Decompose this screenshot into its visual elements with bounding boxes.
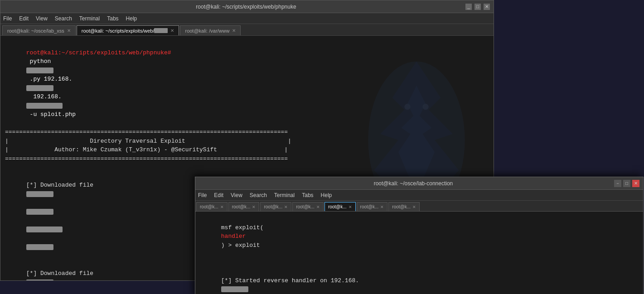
menu-help[interactable]: Help: [126, 15, 137, 22]
menu-file[interactable]: File: [3, 15, 12, 22]
overlay-terminal-content: msf exploit( handler ) > exploit [*] Sta…: [195, 212, 643, 294]
r4: [26, 191, 53, 197]
overlay-terminal: root@kali: ~/osce/lab-connection － □ ✕ F…: [195, 177, 644, 294]
menu-edit[interactable]: Edit: [19, 15, 29, 22]
overlay-tab-4[interactable]: root@k... ✕: [292, 202, 324, 211]
overlay-controls: － □ ✕: [614, 180, 639, 187]
overlay-titlebar: root@kali: ~/osce/lab-connection － □ ✕: [195, 177, 643, 190]
tab-label: root@k...: [200, 204, 218, 209]
tab-label: root@k...: [264, 204, 282, 209]
main-titlebar: root@kali: ~/scripts/exploits/web/phpnuk…: [0, 0, 494, 13]
tab-close-www-icon[interactable]: ✕: [232, 28, 236, 33]
minimize-button[interactable]: _: [465, 4, 472, 10]
tab-label: root@k...: [328, 204, 347, 209]
tab-close-icon[interactable]: ✕: [316, 205, 320, 209]
main-titlebar-controls: _ □ ✕: [465, 4, 490, 10]
tab-phpnuke[interactable]: root@kali: ~/scripts/exploits/web/ ✕: [77, 25, 179, 35]
tab-close-icon[interactable]: ✕: [349, 205, 352, 209]
r7: [26, 244, 53, 250]
tab-close-active-icon[interactable]: ✕: [170, 28, 174, 33]
overlay-title: root@kali: ~/osce/lab-connection: [213, 180, 614, 187]
redacted-2: [26, 85, 53, 91]
menu-search[interactable]: Search: [55, 15, 72, 22]
overlay-tab-2[interactable]: root@k... ✕: [228, 202, 260, 211]
tab-label: root@k...: [392, 204, 411, 209]
overlay-menubar: File Edit View Search Terminal Tabs Help: [195, 190, 643, 201]
overlay-minimize-button[interactable]: －: [614, 180, 621, 187]
menu-tabs[interactable]: Tabs: [107, 15, 118, 22]
maximize-button[interactable]: □: [475, 4, 481, 10]
overlay-menu-view[interactable]: View: [231, 192, 242, 198]
r6: [26, 227, 63, 232]
tab-close-icon[interactable]: ✕: [412, 205, 416, 209]
tab-label: root@kali: ~/osce/lab_xss: [7, 28, 64, 34]
redacted-3: [26, 103, 63, 109]
ro1: [221, 286, 248, 292]
r5: [26, 209, 53, 215]
banner-line-2: | Author: Mike Czumak (T_v3rn1x) - @Secu…: [5, 145, 489, 154]
prompt-line: root@kali:~/scripts/exploits/web/phpnuke…: [5, 39, 489, 128]
banner-line-1: | Directory Traversal Exploit |: [5, 137, 489, 146]
tab-label: root@kali: /var/www: [185, 28, 229, 34]
overlay-menu-help[interactable]: Help: [321, 192, 332, 198]
overlay-menu-terminal[interactable]: Terminal: [274, 192, 295, 198]
tab-close-icon[interactable]: ✕: [67, 28, 71, 33]
overlay-tab-6[interactable]: root@k... ✕: [357, 202, 388, 211]
tab-lab-xss[interactable]: root@kali: ~/osce/lab_xss ✕: [2, 25, 76, 35]
overlay-menu-file[interactable]: File: [198, 192, 207, 198]
divider-2: ========================================…: [5, 154, 489, 164]
overlay-tab-7[interactable]: root@k... ✕: [388, 202, 420, 211]
main-menubar: File Edit View Search Terminal Tabs Help: [0, 13, 494, 24]
overlay-menu-tabs[interactable]: Tabs: [302, 192, 313, 198]
r8: [26, 280, 53, 280]
tab-close-icon[interactable]: ✕: [284, 205, 288, 209]
exploit-prompt: msf exploit( handler ) > exploit: [200, 214, 639, 259]
tab-close-icon[interactable]: ✕: [220, 205, 224, 209]
blank-1: [5, 163, 489, 172]
overlay-maximize-button[interactable]: □: [623, 180, 630, 187]
overlay-close-button[interactable]: ✕: [632, 180, 639, 187]
tab-label: root@kali: ~/scripts/exploits/web/: [82, 28, 155, 34]
overlay-menu-search[interactable]: Search: [250, 192, 267, 198]
redacted-1: [26, 67, 53, 73]
tab-label: root@k...: [296, 204, 315, 209]
overlay-tab-5[interactable]: root@k... ✕: [324, 202, 356, 211]
overlay-tab-3[interactable]: root@k... ✕: [260, 202, 291, 211]
overlay-menu-edit[interactable]: Edit: [214, 192, 223, 198]
menu-terminal[interactable]: Terminal: [79, 15, 100, 22]
overlay-tab-bar: root@k... ✕ root@k... ✕ root@k... ✕ root…: [195, 201, 643, 212]
blank-o1: [200, 259, 639, 268]
tab-label: root@k...: [232, 204, 251, 209]
tab-close-icon[interactable]: ✕: [252, 205, 256, 209]
overlay-tab-1[interactable]: root@k... ✕: [196, 202, 228, 211]
close-button[interactable]: ✕: [484, 4, 490, 10]
tab-label: root@k...: [360, 204, 379, 209]
menu-view[interactable]: View: [36, 15, 48, 22]
main-title: root@kali: ~/scripts/exploits/web/phpnuk…: [27, 4, 465, 10]
main-tab-bar: root@kali: ~/osce/lab_xss ✕ root@kali: ~…: [0, 24, 494, 36]
tab-var-www[interactable]: root@kali: /var/www ✕: [180, 25, 241, 35]
started-handler: [*] Started reverse handler on 192.168. …: [200, 267, 639, 294]
divider-1: ========================================…: [5, 128, 489, 137]
tab-close-icon[interactable]: ✕: [380, 205, 384, 209]
